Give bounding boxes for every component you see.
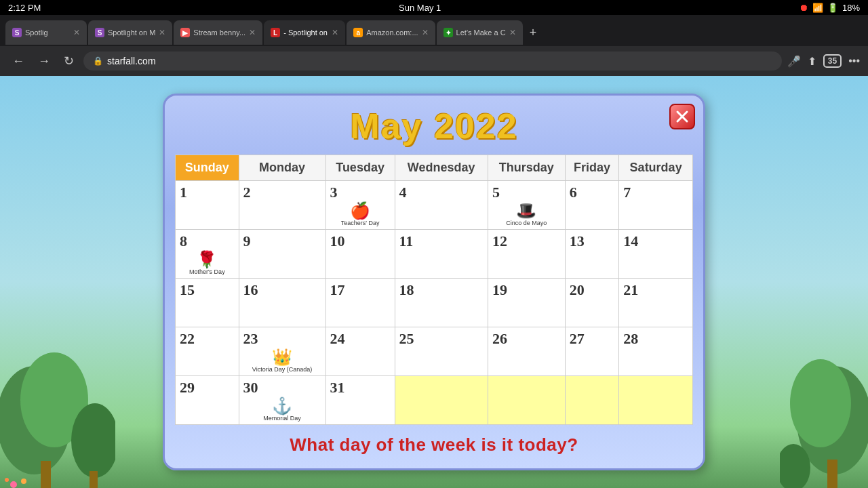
tab-2-title: Spotlight on M xyxy=(108,28,155,37)
tab-3-favicon: ▶ xyxy=(180,28,190,37)
battery-icon: 🔋 xyxy=(827,3,838,13)
url-text: starfall.com xyxy=(107,56,156,66)
anchor-icon: ⚓ xyxy=(272,398,292,414)
share-icon[interactable]: ⬆ xyxy=(808,55,816,68)
back-button[interactable]: ← xyxy=(8,52,28,71)
status-date: Sun May 1 xyxy=(399,3,441,13)
tab-2-close[interactable]: ✕ xyxy=(159,28,165,37)
day-14: 14 xyxy=(619,230,693,279)
week-1: 1 2 3 🍎 Teachers' Day 4 5 🎩 xyxy=(176,181,693,230)
tab-4-close[interactable]: ✕ xyxy=(332,28,338,37)
day-1: 1 xyxy=(176,181,239,230)
tab-6-close[interactable]: ✕ xyxy=(509,28,516,37)
day-24: 24 xyxy=(326,327,395,376)
day-21: 21 xyxy=(619,279,693,327)
week-4: 22 23 👑 Victoria Day (Canada) 24 25 26 2… xyxy=(176,327,693,376)
cinco-de-mayo-event: 🎩 Cinco de Mayo xyxy=(492,203,561,226)
tab-1-title: Spotlig xyxy=(25,28,70,37)
toolbar: ← → ↻ 🔒 starfall.com 🎤 ⬆ 35 ••• xyxy=(0,46,868,76)
header-saturday: Saturday xyxy=(619,155,693,181)
tab-1-close[interactable]: ✕ xyxy=(73,28,80,37)
empty-cell-3 xyxy=(565,376,619,425)
svg-rect-2 xyxy=(41,461,51,488)
more-icon[interactable]: ••• xyxy=(848,55,860,67)
day-15: 15 xyxy=(176,279,239,327)
tab-5-favicon: a xyxy=(353,28,363,37)
teachers-day-event: 🍎 Teachers' Day xyxy=(330,203,391,226)
apple-icon: 🍎 xyxy=(350,203,370,219)
tab-5-close[interactable]: ✕ xyxy=(422,28,429,37)
status-time: 2:12 PM xyxy=(8,3,41,13)
calendar-header-row: Sunday Monday Tuesday Wednesday Thursday… xyxy=(176,155,693,181)
svg-point-9 xyxy=(790,359,851,447)
toolbar-right: 🎤 ⬆ 35 ••• xyxy=(787,54,860,68)
tab-3-title: Stream benny... xyxy=(193,28,245,37)
day-4: 4 xyxy=(395,181,488,230)
left-tree xyxy=(0,285,115,488)
day-16: 16 xyxy=(239,279,326,327)
tab-1-favicon: S xyxy=(12,28,22,37)
tabs-bar: S Spotlig ✕ S Spotlight on M ✕ ▶ Stream … xyxy=(0,15,868,46)
day-3: 3 🍎 Teachers' Day xyxy=(326,181,395,230)
new-tab-button[interactable]: + xyxy=(524,23,542,43)
tab-2-favicon: S xyxy=(95,28,104,37)
mothers-day-event: 🌹 Mother's Day xyxy=(180,251,235,275)
header-wednesday: Wednesday xyxy=(395,155,488,181)
day-12: 12 xyxy=(488,230,565,279)
forward-button[interactable]: → xyxy=(34,52,54,71)
day-8: 8 🌹 Mother's Day xyxy=(176,230,239,279)
tab-6-title: Let's Make a C xyxy=(456,28,506,37)
calendar-title: May 2022 xyxy=(175,106,693,146)
week-2: 8 🌹 Mother's Day 9 10 11 12 13 14 xyxy=(176,230,693,279)
lock-icon: 🔒 xyxy=(93,56,103,66)
close-button[interactable] xyxy=(669,104,695,129)
day-7: 7 xyxy=(619,181,693,230)
tab-4[interactable]: L - Spotlight on ✕ xyxy=(264,20,345,45)
day-5: 5 🎩 Cinco de Mayo xyxy=(488,181,565,230)
day-9: 9 xyxy=(239,230,326,279)
memorial-day-event: ⚓ Memorial Day xyxy=(243,398,321,422)
x-icon xyxy=(675,109,690,124)
day-22: 22 xyxy=(176,327,239,376)
week-5: 29 30 ⚓ Memorial Day 31 xyxy=(176,376,693,425)
day-26: 26 xyxy=(488,327,565,376)
crown-icon: 👑 xyxy=(272,349,292,365)
main-content: May 2022 Sunday Monday Tuesday Wednesday… xyxy=(0,76,868,488)
tab-5-title: Amazon.com:... xyxy=(366,28,418,37)
tab-4-favicon: L xyxy=(271,28,280,37)
day-31: 31 xyxy=(326,376,395,425)
tab-5[interactable]: a Amazon.com:... ✕ xyxy=(347,20,435,45)
day-29: 29 xyxy=(176,376,239,425)
tab-3-close[interactable]: ✕ xyxy=(249,28,256,37)
header-friday: Friday xyxy=(565,155,619,181)
day-30: 30 ⚓ Memorial Day xyxy=(239,376,326,425)
header-sunday: Sunday xyxy=(176,155,239,181)
header-monday: Monday xyxy=(239,155,326,181)
tab-6[interactable]: ✦ Let's Make a C ✕ xyxy=(437,20,523,45)
address-bar[interactable]: 🔒 starfall.com xyxy=(83,52,782,70)
calendar-question: What day of the week is it today? xyxy=(175,425,693,458)
tab-6-favicon: ✦ xyxy=(443,28,453,37)
microphone-icon[interactable]: 🎤 xyxy=(787,55,801,68)
tab-4-title: - Spotlight on xyxy=(283,28,328,37)
battery-percent: 18% xyxy=(842,3,860,13)
empty-cell-1 xyxy=(395,376,488,425)
week-3: 15 16 17 18 19 20 21 xyxy=(176,279,693,327)
record-icon: ⏺ xyxy=(799,2,808,13)
day-6: 6 xyxy=(565,181,619,230)
reload-button[interactable]: ↻ xyxy=(60,51,78,71)
empty-cell-4 xyxy=(619,376,693,425)
status-right: ⏺ 📶 🔋 18% xyxy=(799,2,860,13)
day-23: 23 👑 Victoria Day (Canada) xyxy=(239,327,326,376)
svg-point-7 xyxy=(5,478,9,482)
tab-1[interactable]: S Spotlig ✕ xyxy=(5,20,87,45)
svg-rect-10 xyxy=(827,460,837,488)
day-19: 19 xyxy=(488,279,565,327)
calendar-container: May 2022 Sunday Monday Tuesday Wednesday… xyxy=(163,94,705,470)
tab-2[interactable]: S Spotlight on M ✕ xyxy=(88,20,172,45)
tab-count[interactable]: 35 xyxy=(823,54,842,68)
svg-point-6 xyxy=(21,479,26,484)
day-20: 20 xyxy=(565,279,619,327)
day-13: 13 xyxy=(565,230,619,279)
tab-3[interactable]: ▶ Stream benny... ✕ xyxy=(174,20,262,45)
